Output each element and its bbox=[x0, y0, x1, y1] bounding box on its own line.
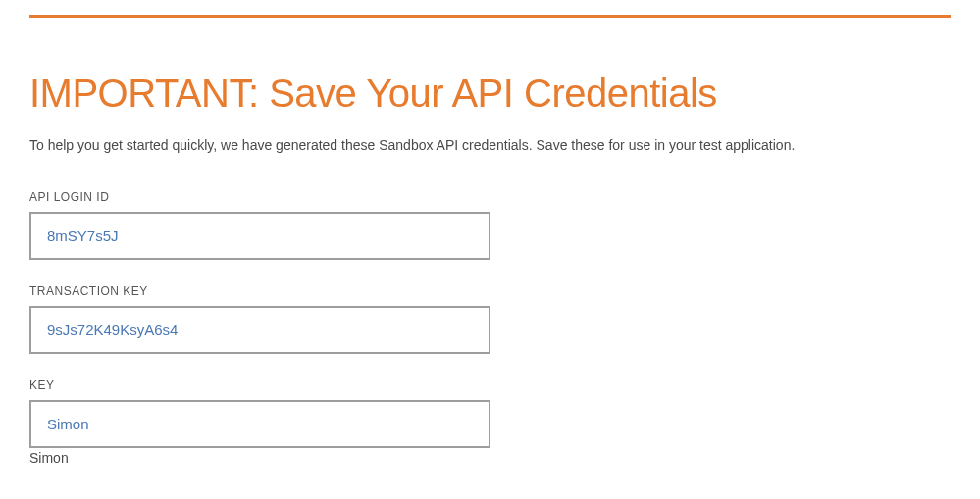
value-key[interactable] bbox=[29, 400, 490, 448]
page-title: IMPORTANT: Save Your API Credentials bbox=[29, 72, 951, 116]
label-transaction-key: TRANSACTION KEY bbox=[29, 284, 951, 298]
intro-text: To help you get started quickly, we have… bbox=[29, 137, 951, 153]
value-transaction-key[interactable] bbox=[29, 306, 490, 354]
field-group-api-login-id: API LOGIN ID bbox=[29, 190, 951, 260]
top-divider bbox=[29, 15, 951, 18]
field-group-transaction-key: TRANSACTION KEY bbox=[29, 284, 951, 354]
label-key: KEY bbox=[29, 378, 951, 392]
value-api-login-id[interactable] bbox=[29, 212, 490, 260]
trailing-text: Simon bbox=[29, 450, 951, 466]
field-group-key: KEY bbox=[29, 378, 951, 448]
label-api-login-id: API LOGIN ID bbox=[29, 190, 951, 204]
